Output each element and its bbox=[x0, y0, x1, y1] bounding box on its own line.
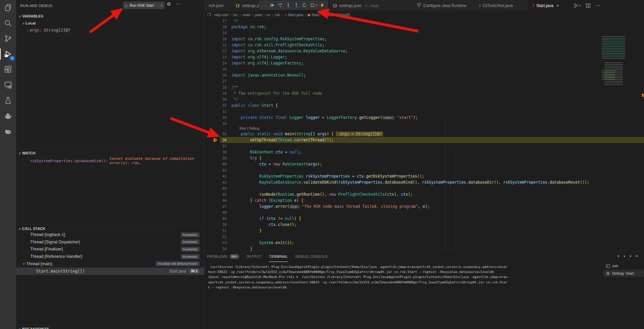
extensions-icon[interactable] bbox=[0, 62, 16, 77]
stack-frame-selected[interactable]: Start.main(String[])Start.java36:1 bbox=[16, 268, 204, 275]
code-line-45[interactable]: 45 runNode(Runtime.getRuntime(), new Pre… bbox=[205, 191, 644, 197]
breadcrumb-item[interactable]: ⧈Start bbox=[308, 13, 319, 17]
tab-start-java[interactable]: JStart.java× bbox=[528, 0, 570, 11]
watch-section-header[interactable]: ∨ WATCH bbox=[16, 150, 204, 156]
run-debug-icon[interactable]: 1 bbox=[0, 46, 16, 62]
tab-output[interactable]: OUTPUT bbox=[247, 251, 262, 262]
breadcrumb-item[interactable]: JStart.java bbox=[284, 13, 303, 17]
chevron-down-icon[interactable]: ∨ bbox=[158, 4, 165, 7]
chevron-up-icon[interactable]: ∧ bbox=[629, 253, 632, 258]
code-line-21[interactable]: 21import co.rsk.util.PreflightChecksUtil… bbox=[205, 42, 644, 48]
code-line-42[interactable]: 42 RskSystemProperties rskSystemProperti… bbox=[205, 173, 644, 179]
split-editor-icon[interactable] bbox=[586, 3, 591, 8]
breakpoint-paused-icon[interactable] bbox=[213, 138, 217, 142]
breadcrumb-item[interactable]: java bbox=[255, 13, 262, 17]
stop-icon[interactable] bbox=[309, 2, 316, 9]
code-line-54[interactable]: 54 } bbox=[205, 246, 644, 251]
code-line-51[interactable]: 51 } bbox=[205, 228, 644, 234]
code-line-43[interactable]: 43 KeyValueDataSource.validateDbKind(rsk… bbox=[205, 179, 644, 185]
gear-icon[interactable]: ⚙ bbox=[167, 1, 171, 7]
remote-explorer-icon[interactable] bbox=[0, 77, 16, 93]
code-line-18[interactable]: 18package co.rsk; bbox=[205, 24, 644, 30]
code-line-37[interactable]: 37 bbox=[205, 143, 644, 149]
code-line-38[interactable]: 38 RskContext ctx = null; bbox=[205, 149, 644, 155]
tab-configure-java-runtime[interactable]: Configure Java Runtime bbox=[413, 0, 475, 11]
gradle-icon[interactable] bbox=[0, 124, 16, 139]
tab-clitoolstest-java[interactable]: JCliToolsTest.java bbox=[475, 0, 528, 11]
tab-settings-json[interactable]: {}settings.json~/.../User bbox=[329, 0, 413, 11]
code-line-30[interactable]: 30 */ bbox=[205, 96, 644, 102]
code-line-50[interactable]: 50 ctx.close(); bbox=[205, 222, 644, 228]
session-debug-start[interactable]: Debug: Start bbox=[603, 270, 644, 277]
code-line-22[interactable]: 22import org.ethereum.datasource.KeyValu… bbox=[205, 48, 644, 54]
code-line-23[interactable]: 23import org.slf4j.Logger; bbox=[205, 54, 644, 60]
breadcrumb-item[interactable]: co bbox=[266, 13, 270, 17]
code-line-48[interactable]: 48 bbox=[205, 209, 644, 216]
drag-handle[interactable]: ⋮⋮ bbox=[261, 3, 267, 7]
code-line-39[interactable]: 39 try { bbox=[205, 155, 644, 161]
call-stack-thread[interactable]: ∨Thread [main]PAUSED ON BREAKPOINT bbox=[16, 260, 204, 268]
breakpoints-section-header[interactable]: ∨ BREAKPOINTS bbox=[16, 326, 204, 329]
code-line-34[interactable]: 34 bbox=[205, 121, 644, 127]
ellipsis-icon[interactable] bbox=[595, 3, 600, 8]
ellipsis-icon[interactable]: ⋯ bbox=[176, 1, 181, 6]
terminal-output[interactable]: /usr/bin/env /Library/Internet\ Plug-Ins… bbox=[208, 264, 600, 290]
variables-scope-local[interactable]: ∨ Local bbox=[16, 20, 204, 27]
code-line-41[interactable]: 41 bbox=[205, 167, 644, 173]
code-line-33[interactable]: 33 private static final Logger logger = … bbox=[205, 114, 644, 121]
code-line-40[interactable]: 40 ctx = new RskContext(args); bbox=[205, 161, 644, 167]
breadcrumb-item[interactable]: rsk bbox=[275, 13, 280, 17]
code-line-24[interactable]: 24import org.slf4j.LoggerFactory; bbox=[205, 60, 644, 66]
source-control-icon[interactable] bbox=[0, 31, 16, 46]
watch-expression-row[interactable]: rskSystemProperties.databaseKind(): Cann… bbox=[16, 157, 204, 164]
step-over-icon[interactable] bbox=[277, 2, 283, 9]
call-stack-thread[interactable]: Thread [Signal Dispatcher]RUNNING bbox=[16, 238, 204, 246]
step-out-icon[interactable] bbox=[293, 2, 300, 9]
docker-icon[interactable] bbox=[0, 108, 16, 124]
code-line-31[interactable]: 31public class Start { bbox=[205, 102, 644, 108]
call-stack-thread[interactable]: Thread [Reference Handler]RUNNING bbox=[16, 253, 204, 260]
chevron-down-icon[interactable]: ∨ bbox=[623, 253, 626, 258]
code-line-46[interactable]: 46 } catch (Exception e) { bbox=[205, 197, 644, 203]
code-line-44[interactable]: 44 bbox=[205, 185, 644, 191]
tab-terminal[interactable]: TERMINAL bbox=[269, 251, 288, 262]
code-editor[interactable]: 17 */18package co.rsk;1920import co.rsk.… bbox=[205, 18, 644, 251]
minimap[interactable] bbox=[600, 34, 641, 86]
code-line-35[interactable]: 35 public static void main(String[] args… bbox=[205, 131, 644, 137]
call-stack-thread[interactable]: Thread [logback-1]RUNNING bbox=[16, 231, 204, 238]
breadcrumb-item[interactable]: rskj-core bbox=[214, 13, 228, 17]
code-line-29[interactable]: 29 * The entrypoint for the RSK full nod… bbox=[205, 90, 644, 96]
launch-configuration-dropdown[interactable]: ▷ Run RSK Start ∨ bbox=[123, 2, 165, 9]
call-stack-thread[interactable]: Thread [Finalizer]RUNNING bbox=[16, 245, 204, 253]
code-line-19[interactable]: 19 bbox=[205, 30, 644, 36]
restart-icon[interactable] bbox=[301, 2, 308, 9]
variable-args[interactable]: › args: String[2]@7 bbox=[16, 27, 204, 34]
tab-debug-console[interactable]: DEBUG CONSOLE bbox=[295, 251, 328, 262]
testing-icon[interactable] bbox=[0, 93, 16, 108]
breadcrumb-item[interactable]: src bbox=[233, 13, 238, 17]
step-into-icon[interactable] bbox=[285, 2, 291, 9]
tab-nch-json[interactable]: nch.json bbox=[205, 0, 231, 11]
code-line-52[interactable]: 52 bbox=[205, 234, 644, 240]
files-icon[interactable] bbox=[0, 0, 16, 15]
code-line-32[interactable]: 32 bbox=[205, 108, 644, 114]
close-icon[interactable]: × bbox=[635, 253, 638, 258]
plus-icon[interactable]: + bbox=[617, 253, 620, 258]
hot-code-replace-icon[interactable] bbox=[319, 2, 326, 9]
run-file-button[interactable]: ∨ bbox=[574, 3, 581, 8]
close-icon[interactable]: × bbox=[556, 3, 559, 8]
breadcrumb-item[interactable]: ◇main(String[]) bbox=[324, 13, 351, 17]
codelens-run-debug[interactable]: Run | Debug bbox=[239, 126, 259, 130]
code-line-47[interactable]: 47 logger.error(msg: "The RSK node main … bbox=[205, 203, 644, 209]
open-editors-icon[interactable]: ❐ bbox=[207, 12, 211, 17]
code-line-53[interactable]: 53 System.exit(1); bbox=[205, 240, 644, 246]
code-line-17[interactable]: 17 */ bbox=[205, 18, 644, 24]
breadcrumb-item[interactable]: main bbox=[243, 13, 251, 17]
chevron-down-icon[interactable]: ∨ bbox=[316, 4, 318, 7]
variables-section-header[interactable]: ∨ VARIABLES bbox=[16, 13, 204, 19]
session-zsh[interactable]: zsh bbox=[603, 262, 644, 270]
continue-icon[interactable] bbox=[269, 2, 275, 9]
tab-problems[interactable]: PROBLEMS 1K+ bbox=[207, 251, 239, 262]
code-line-36[interactable]: 36 setUpThread(Thread.currentThread()); bbox=[205, 137, 644, 143]
code-line-20[interactable]: 20import co.rsk.config.RskSystemProperti… bbox=[205, 36, 644, 42]
